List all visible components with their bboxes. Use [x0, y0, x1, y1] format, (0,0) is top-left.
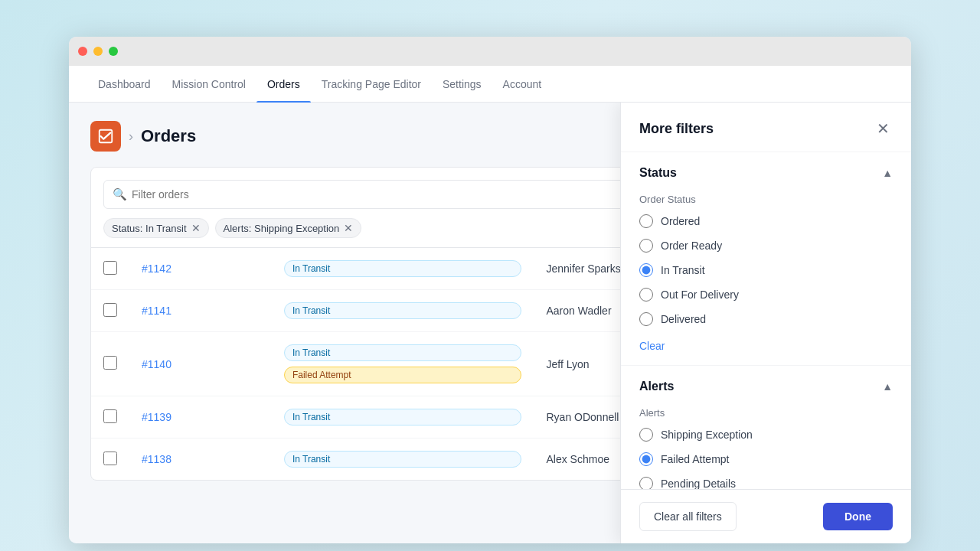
- radio-pending-details[interactable]: [639, 477, 653, 489]
- radio-option-failed-attempt[interactable]: Failed Attempt: [639, 452, 893, 466]
- filter-section-alerts-header[interactable]: Alerts ▲: [621, 366, 911, 407]
- order-checkbox[interactable]: [103, 409, 117, 423]
- radio-in-transit-label: In Transit: [661, 264, 705, 276]
- radio-ordered[interactable]: [639, 214, 653, 228]
- filter-panel: More filters ✕ Status ▲ Order Status Ord…: [620, 103, 911, 543]
- order-id-link[interactable]: #1139: [142, 411, 172, 423]
- filter-panel-header: More filters ✕: [621, 103, 911, 152]
- badges-cell: In Transit Failed Attempt: [284, 343, 522, 385]
- chevron-up-icon-alerts: ▲: [882, 380, 893, 393]
- filter-panel-footer: Clear all filters Done: [621, 489, 911, 543]
- alerts-filter-tag: Alerts: Shipping Exception ✕: [215, 218, 362, 238]
- nav-bar: Dashboard Mission Control Orders Trackin…: [69, 66, 911, 103]
- radio-option-delivered[interactable]: Delivered: [639, 312, 893, 326]
- search-icon: 🔍: [113, 187, 127, 201]
- filter-panel-title: More filters: [639, 121, 714, 137]
- order-id-link[interactable]: #1141: [142, 305, 172, 317]
- radio-shipping-exception[interactable]: [639, 428, 653, 442]
- nav-item-account[interactable]: Account: [492, 66, 553, 103]
- radio-order-ready-label: Order Ready: [661, 240, 722, 252]
- radio-option-in-transit[interactable]: In Transit: [639, 263, 893, 277]
- order-extra-status-badge: Failed Attempt: [284, 367, 522, 383]
- filter-section-status-content: Order Status Ordered Order Ready In Tran…: [621, 194, 911, 365]
- nav-item-mission-control[interactable]: Mission Control: [162, 66, 256, 103]
- radio-pending-details-label: Pending Details: [661, 478, 736, 489]
- nav-item-settings[interactable]: Settings: [432, 66, 492, 103]
- order-checkbox[interactable]: [103, 452, 117, 465]
- radio-ordered-label: Ordered: [661, 215, 700, 227]
- radio-delivered-label: Delivered: [661, 313, 706, 325]
- brand-icon: [90, 121, 121, 152]
- window-close-dot[interactable]: [78, 47, 87, 56]
- order-checkbox[interactable]: [103, 356, 117, 370]
- filter-section-status-title: Status: [639, 166, 677, 180]
- order-checkbox[interactable]: [103, 261, 117, 275]
- badges-cell: In Transit: [284, 407, 522, 427]
- nav-item-dashboard[interactable]: Dashboard: [87, 66, 162, 103]
- order-status-badge: In Transit: [284, 451, 522, 468]
- clear-all-filters-button[interactable]: Clear all filters: [639, 502, 737, 531]
- nav-item-tracking-page-editor[interactable]: Tracking Page Editor: [311, 66, 432, 103]
- status-filter-tag-close[interactable]: ✕: [191, 222, 201, 234]
- chevron-up-icon: ▲: [882, 167, 893, 179]
- order-id-link[interactable]: #1138: [142, 453, 172, 465]
- filter-panel-body: Status ▲ Order Status Ordered Order Read…: [621, 152, 911, 489]
- filter-panel-close-button[interactable]: ✕: [874, 118, 893, 139]
- alerts-subsection-title: Alerts: [639, 407, 893, 419]
- radio-order-ready[interactable]: [639, 239, 653, 253]
- badges-cell: In Transit: [284, 259, 522, 279]
- badges-cell: In Transit: [284, 301, 522, 321]
- filter-section-alerts-content: Alerts Shipping Exception Failed Attempt…: [621, 407, 911, 489]
- radio-in-transit[interactable]: [639, 263, 653, 277]
- filter-section-alerts-title: Alerts: [639, 380, 674, 393]
- radio-failed-attempt[interactable]: [639, 452, 653, 466]
- status-clear-button[interactable]: Clear: [639, 340, 665, 352]
- radio-out-for-delivery[interactable]: [639, 288, 653, 302]
- alerts-filter-tag-label: Alerts: Shipping Exception: [224, 223, 340, 234]
- radio-option-pending-details[interactable]: Pending Details: [639, 477, 893, 489]
- radio-option-order-ready[interactable]: Order Ready: [639, 239, 893, 253]
- window-minimize-dot[interactable]: [93, 47, 103, 56]
- window-maximize-dot[interactable]: [109, 47, 118, 56]
- filter-section-alerts: Alerts ▲ Alerts Shipping Exception Faile…: [621, 366, 911, 489]
- radio-shipping-exception-label: Shipping Exception: [661, 429, 753, 441]
- radio-option-out-for-delivery[interactable]: Out For Delivery: [639, 288, 893, 302]
- alerts-filter-tag-close[interactable]: ✕: [344, 222, 353, 234]
- order-status-badge: In Transit: [284, 260, 522, 277]
- nav-item-orders[interactable]: Orders: [256, 66, 311, 103]
- status-filter-tag-label: Status: In Transit: [112, 223, 187, 234]
- main-content: › Orders 🔍 Status: In Transit ✕ Alerts: …: [69, 103, 911, 543]
- order-status-badge: In Transit: [284, 344, 522, 361]
- order-id-link[interactable]: #1140: [142, 358, 172, 370]
- filter-section-status: Status ▲ Order Status Ordered Order Read…: [621, 152, 911, 366]
- radio-delivered[interactable]: [639, 312, 653, 326]
- order-checkbox[interactable]: [103, 303, 117, 317]
- radio-out-for-delivery-label: Out For Delivery: [661, 289, 739, 301]
- breadcrumb-arrow: ›: [129, 129, 133, 145]
- done-button[interactable]: Done: [823, 503, 893, 530]
- page-title: Orders: [141, 126, 196, 146]
- filter-section-status-header[interactable]: Status ▲: [621, 152, 911, 194]
- radio-option-shipping-exception[interactable]: Shipping Exception: [639, 428, 893, 442]
- status-filter-tag: Status: In Transit ✕: [103, 218, 209, 238]
- radio-option-ordered[interactable]: Ordered: [639, 214, 893, 228]
- order-status-badge: In Transit: [284, 302, 522, 319]
- order-id-link[interactable]: #1142: [142, 262, 172, 275]
- badges-cell: In Transit: [284, 449, 522, 469]
- radio-failed-attempt-label: Failed Attempt: [661, 453, 730, 465]
- order-status-badge: In Transit: [284, 409, 522, 425]
- title-bar: [69, 37, 911, 66]
- status-subsection-title: Order Status: [639, 194, 893, 205]
- app-window: Dashboard Mission Control Orders Trackin…: [69, 37, 911, 543]
